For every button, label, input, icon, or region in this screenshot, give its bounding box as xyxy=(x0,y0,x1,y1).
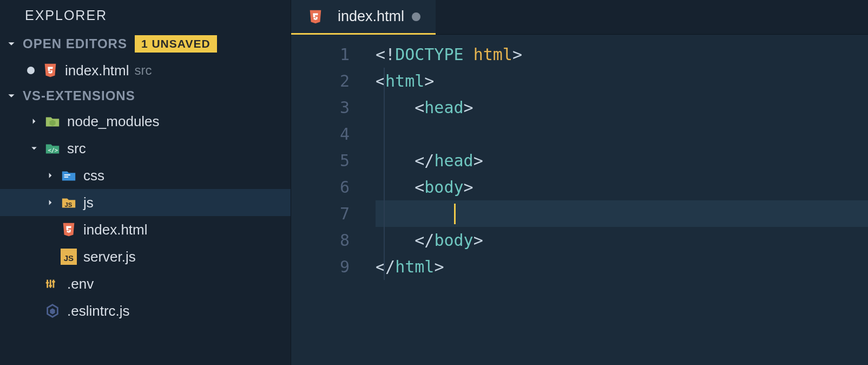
svg-text:JS: JS xyxy=(65,201,73,208)
indent-guide xyxy=(384,68,385,280)
cursor xyxy=(454,204,456,224)
code-line[interactable]: <html> xyxy=(376,68,868,94)
folder-src-icon: </> xyxy=(43,140,62,157)
file-tree: node_modules</>srccssJSjsindex.htmlJSser… xyxy=(0,108,291,324)
open-editors-header[interactable]: OPEN EDITORS 1 UNSAVED xyxy=(0,31,291,57)
code-line[interactable] xyxy=(376,121,868,147)
tree-item-server-js[interactable]: JSserver.js xyxy=(0,243,291,270)
code-lines[interactable]: <!DOCTYPE html><html> <head> </head> <bo… xyxy=(376,41,868,365)
code-line[interactable]: </head> xyxy=(376,147,868,174)
open-editors-label: OPEN EDITORS xyxy=(23,36,127,51)
code-line[interactable]: </body> xyxy=(376,227,868,253)
tree-item-label: .env xyxy=(67,276,94,292)
tab-label: index.html xyxy=(338,8,404,25)
file-name: index.html xyxy=(65,62,129,79)
tree-item-label: .eslintrc.js xyxy=(67,303,130,320)
code-line[interactable]: <body> xyxy=(376,174,868,200)
chevron-right-icon xyxy=(45,172,55,179)
code-line[interactable]: </html> xyxy=(376,253,868,280)
line-number-gutter: 123456789 xyxy=(291,41,376,365)
html5-icon xyxy=(41,62,60,79)
tree-item-js[interactable]: JSjs xyxy=(0,189,291,216)
tree-item-css[interactable]: css xyxy=(0,162,291,189)
chevron-right-icon xyxy=(45,199,55,206)
code-area[interactable]: 123456789 <!DOCTYPE html><html> <head> <… xyxy=(291,35,868,365)
code-line[interactable] xyxy=(376,200,868,227)
folder-node-icon xyxy=(43,113,62,129)
tab-index-html[interactable]: index.html xyxy=(291,0,436,35)
tree-item-label: js xyxy=(83,194,94,211)
html5-icon xyxy=(306,9,325,25)
open-editor-item[interactable]: index.html src xyxy=(0,57,291,84)
line-number: 3 xyxy=(291,94,350,121)
tree-item-label: src xyxy=(67,140,86,157)
js-icon: JS xyxy=(60,249,78,265)
eslint-icon xyxy=(43,303,62,319)
line-number: 6 xyxy=(291,174,350,200)
chevron-right-icon xyxy=(29,118,39,125)
project-label: VS-EXTENSIONS xyxy=(23,88,135,103)
tree-item-node-modules[interactable]: node_modules xyxy=(0,108,291,135)
dirty-indicator-icon xyxy=(27,67,35,74)
chevron-down-icon xyxy=(8,40,18,48)
tree-item-src[interactable]: </>src xyxy=(0,135,291,162)
open-editors-list: index.html src xyxy=(0,57,291,84)
line-number: 8 xyxy=(291,227,350,253)
code-line[interactable]: <!DOCTYPE html> xyxy=(376,41,868,68)
project-header[interactable]: VS-EXTENSIONS xyxy=(0,84,291,108)
chevron-down-icon xyxy=(29,145,39,152)
chevron-down-icon xyxy=(8,92,18,100)
tree-item-label: node_modules xyxy=(67,113,160,130)
folder-css-icon xyxy=(60,167,78,184)
tree-item-label: index.html xyxy=(83,221,148,238)
code-line[interactable]: <head> xyxy=(376,94,868,121)
line-number: 2 xyxy=(291,68,350,94)
explorer-title: EXPLORER xyxy=(0,0,291,31)
tree-item--eslintrc-js[interactable]: .eslintrc.js xyxy=(0,297,291,324)
tree-item-label: server.js xyxy=(83,249,136,265)
html5-icon xyxy=(60,221,78,238)
folder-js-icon: JS xyxy=(60,194,78,211)
svg-rect-2 xyxy=(64,177,69,178)
file-dir: src xyxy=(135,63,152,78)
line-number: 1 xyxy=(291,41,350,68)
line-number: 9 xyxy=(291,253,350,280)
tree-item-index-html[interactable]: index.html xyxy=(0,216,291,243)
explorer-sidebar: EXPLORER OPEN EDITORS 1 UNSAVED index.ht… xyxy=(0,0,291,365)
unsaved-badge: 1 UNSAVED xyxy=(135,35,217,53)
line-number: 4 xyxy=(291,121,350,147)
svg-text:JS: JS xyxy=(64,253,74,263)
line-number: 5 xyxy=(291,147,350,174)
svg-rect-1 xyxy=(64,174,70,175)
tab-bar-empty xyxy=(436,0,868,35)
tree-item-label: css xyxy=(83,167,104,184)
editor-pane: index.html 123456789 <!DOCTYPE html><htm… xyxy=(291,0,868,365)
dirty-indicator-icon xyxy=(412,12,420,21)
tab-bar: index.html xyxy=(291,0,868,35)
tree-item--env[interactable]: .env xyxy=(0,270,291,297)
line-number: 7 xyxy=(291,200,350,227)
svg-text:</>: </> xyxy=(48,147,58,153)
env-icon xyxy=(43,276,62,292)
